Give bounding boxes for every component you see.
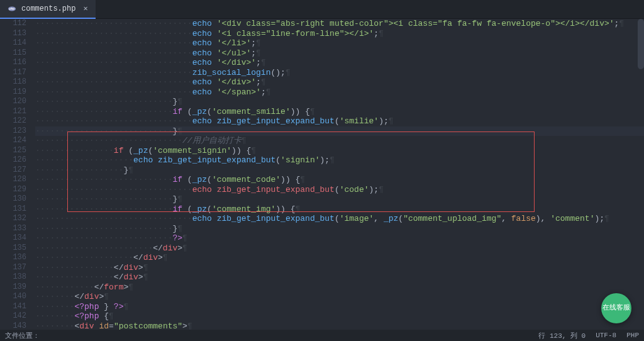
gutter-line-number: 132 [0, 214, 26, 224]
status-bar: 文件位置： 行 123, 列 0 UTF-8 PHP [0, 330, 644, 341]
gutter-line-number: 123 [0, 126, 26, 137]
code-line[interactable]: ················</div>¶ [35, 263, 644, 273]
code-line[interactable]: ································echo '</… [35, 38, 644, 48]
support-button[interactable]: 在线客服 [601, 293, 631, 323]
code-line[interactable]: ····························}¶ [35, 97, 644, 107]
code-line[interactable]: ········<div id="postcomments">¶ [35, 321, 644, 330]
code-line[interactable]: ······························//用户自动打卡¶ [35, 136, 644, 146]
code-line[interactable]: ····················echo zib_get_input_e… [35, 155, 644, 165]
code-line[interactable]: ································echo '<i… [35, 29, 644, 39]
code-line[interactable]: ································echo '</… [35, 77, 644, 87]
code-line[interactable]: ································echo '</… [35, 48, 644, 59]
gutter-line-number: 139 [0, 282, 26, 293]
code-line[interactable]: ············</form>¶ [35, 282, 644, 293]
gutter-line-number: 129 [0, 185, 26, 195]
code-line[interactable]: ································zib_soci… [35, 68, 644, 78]
tab-filename: comments.php [21, 4, 75, 13]
status-cursor[interactable]: 行 123, 列 0 [538, 331, 586, 340]
code-line[interactable]: ····························if (_pz('com… [35, 204, 644, 215]
line-gutter: 1121131141151161171181191201211221231241… [0, 19, 35, 330]
code-line[interactable]: ········<?php {¶ [35, 311, 644, 321]
gutter-line-number: 122 [0, 116, 26, 126]
code-line[interactable]: ····················</div>¶ [35, 253, 644, 263]
tab-active[interactable]: php comments.php ✕ [0, 0, 96, 19]
status-path: 文件位置： [5, 331, 40, 340]
code-line[interactable]: ································echo '<d… [35, 19, 644, 29]
code-line[interactable]: ········<?php } ?>¶ [35, 302, 644, 312]
gutter-line-number: 131 [0, 204, 26, 215]
gutter-line-number: 118 [0, 77, 26, 87]
gutter-line-number: 130 [0, 194, 26, 204]
gutter-line-number: 116 [0, 58, 26, 68]
code-line[interactable]: ················if (_pz('comment_signin'… [35, 146, 644, 156]
code-line[interactable]: ························</div>¶ [35, 243, 644, 254]
editor[interactable]: 1121131141151161171181191201211221231241… [0, 19, 644, 330]
gutter-line-number: 135 [0, 243, 26, 254]
code-line[interactable]: ································echo '</… [35, 58, 644, 68]
status-encoding[interactable]: UTF-8 [596, 332, 616, 339]
code-line[interactable]: ··················}¶ [35, 165, 644, 176]
gutter-line-number: 138 [0, 272, 26, 282]
svg-text:php: php [9, 7, 14, 10]
gutter-line-number: 137 [0, 263, 26, 273]
gutter-line-number: 115 [0, 48, 26, 59]
code-line[interactable]: ········</div>¶ [35, 292, 644, 302]
gutter-line-number: 126 [0, 155, 26, 165]
vertical-scrollbar[interactable] [638, 19, 644, 69]
gutter-line-number: 124 [0, 136, 26, 146]
gutter-line-number: 114 [0, 38, 26, 48]
code-line[interactable]: ································echo zib… [35, 214, 644, 224]
code-line[interactable]: ································echo zib… [35, 185, 644, 195]
code-line[interactable]: ································echo '</… [35, 87, 644, 98]
gutter-line-number: 121 [0, 107, 26, 117]
code-line[interactable]: ····························?>¶ [35, 233, 644, 243]
gutter-line-number: 142 [0, 311, 26, 321]
code-line[interactable]: ································echo zib… [35, 116, 644, 126]
gutter-line-number: 133 [0, 224, 26, 234]
gutter-line-number: 120 [0, 97, 26, 107]
gutter-line-number: 140 [0, 292, 26, 302]
gutter-line-number: 127 [0, 165, 26, 176]
gutter-line-number: 134 [0, 233, 26, 243]
php-file-icon: php [8, 4, 16, 13]
gutter-line-number: 125 [0, 146, 26, 156]
gutter-line-number: 117 [0, 68, 26, 78]
code-line[interactable]: ····························if (_pz('com… [35, 175, 644, 185]
gutter-line-number: 112 [0, 19, 26, 29]
close-icon[interactable]: ✕ [83, 4, 87, 13]
support-label: 在线客服 [602, 304, 630, 312]
gutter-line-number: 119 [0, 87, 26, 98]
gutter-line-number: 141 [0, 302, 26, 312]
status-language[interactable]: PHP [626, 332, 639, 339]
gutter-line-number: 136 [0, 253, 26, 263]
code-line[interactable]: ····························}¶ [35, 224, 644, 234]
code-line[interactable]: ····························if (_pz('com… [35, 107, 644, 117]
gutter-line-number: 128 [0, 175, 26, 185]
code-area[interactable]: ································echo '<d… [35, 19, 644, 330]
code-line[interactable]: ····························}¶ [35, 126, 644, 137]
tab-bar: php comments.php ✕ [0, 0, 644, 19]
code-line[interactable]: ················</div>¶ [35, 272, 644, 282]
code-line[interactable]: ····························}¶ [35, 194, 644, 204]
gutter-line-number: 113 [0, 29, 26, 39]
